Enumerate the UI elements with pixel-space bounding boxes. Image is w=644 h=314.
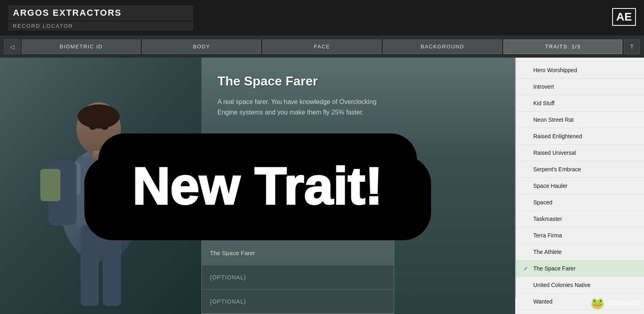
trait-name-spaced: Spaced xyxy=(533,199,552,206)
top-bar: ARGOS EXTRACTORS RECORD LOCATOR AE xyxy=(0,0,644,35)
trait-item-spaced[interactable]: Spaced xyxy=(516,194,644,211)
trait-item-serpent[interactable]: Serpent's Embrace xyxy=(516,161,644,178)
trait-item-neon[interactable]: Neon Street Rat xyxy=(516,112,644,128)
trait-item-freestar[interactable]: Freestar Collective Settler xyxy=(516,58,644,62)
nav-left-button[interactable]: ◁ xyxy=(4,40,20,54)
trait-item-raised-enlightened[interactable]: Raised Enlightened xyxy=(516,128,644,145)
trait-item-kid[interactable]: Kid Stuff xyxy=(516,95,644,112)
trait-item-space-hauler[interactable]: Space Hauler xyxy=(516,178,644,194)
svg-rect-10 xyxy=(40,169,60,201)
svg-point-16 xyxy=(97,175,105,183)
svg-rect-13 xyxy=(103,225,121,306)
tab-traits[interactable]: TRAITS: 1/3 xyxy=(503,40,622,54)
tab-background[interactable]: BACKGROUND xyxy=(383,40,502,54)
trait-item-raised-universal[interactable]: Raised Universal xyxy=(516,145,644,161)
tab-body[interactable]: BODY xyxy=(142,40,261,54)
main-content: The Space Farer A real space farer. You … xyxy=(0,58,644,314)
trait-name-wanted: Wanted xyxy=(533,298,553,305)
emoji-overlay: 😒 xyxy=(258,171,298,208)
trait-item-terra[interactable]: Terra Firma xyxy=(516,227,644,244)
watermark: 🐸 3DMGAME xyxy=(590,297,640,310)
trait-slot-3-label: {OPTIONAL} xyxy=(210,298,246,305)
svg-rect-18 xyxy=(131,173,135,189)
tab-biometric[interactable]: BIOMETRIC ID xyxy=(22,40,141,54)
trait-name-space-hauler: Space Hauler xyxy=(533,183,567,189)
trait-name-serpent: Serpent's Embrace xyxy=(533,166,581,173)
ae-logo: AE xyxy=(612,8,636,26)
watermark-emoji: 🐸 xyxy=(590,297,605,310)
trait-name-introvert: Introvert xyxy=(533,83,554,90)
traits-list-inner: Freestar Collective SettlerHero Worshipp… xyxy=(516,58,644,314)
svg-point-5 xyxy=(97,131,101,138)
trait-slot-3[interactable]: {OPTIONAL} xyxy=(202,289,394,314)
trait-slot-2-label: {OPTIONAL} xyxy=(210,274,246,281)
trait-name-raised-enlightened: Raised Enlightened xyxy=(533,133,582,139)
app-title: ARGOS EXTRACTORS xyxy=(8,5,193,21)
trait-name-kid: Kid Stuff xyxy=(533,100,555,106)
tab-face[interactable]: FACE xyxy=(263,40,381,54)
traits-selected-area: The Space Farer {OPTIONAL} {OPTIONAL} xyxy=(201,241,394,314)
trait-name-taskmaster: Taskmaster xyxy=(533,216,562,222)
trait-name-neon: Neon Street Rat xyxy=(533,116,574,123)
trait-check-space-farer: ✓ xyxy=(524,265,530,272)
trait-item-athlete[interactable]: The Athlete xyxy=(516,244,644,260)
character-view: The Space Farer A real space farer. You … xyxy=(0,58,515,314)
traits-list[interactable]: Freestar Collective SettlerHero Worshipp… xyxy=(515,58,644,314)
trait-title: The Space Farer xyxy=(217,74,378,89)
trait-name-raised-universal: Raised Universal xyxy=(533,150,576,156)
trait-item-taskmaster[interactable]: Taskmaster xyxy=(516,211,644,227)
trait-slot-1-name: The Space Farer xyxy=(210,250,255,256)
trait-name-united: United Colonies Native xyxy=(533,282,590,288)
trait-name-space-farer: The Space Farer xyxy=(533,265,576,272)
character-svg xyxy=(24,64,177,314)
svg-point-2 xyxy=(78,104,120,129)
trait-name-hero: Hero Worshipped xyxy=(533,67,577,73)
trait-slot-1[interactable]: The Space Farer xyxy=(202,241,394,265)
svg-rect-6 xyxy=(77,157,125,229)
nav-bar: ◁ BIOMETRIC ID BODY FACE BACKGROUND TRAI… xyxy=(0,35,644,58)
watermark-text: 3DMGAME xyxy=(607,300,640,307)
trait-item-united[interactable]: United Colonies Native xyxy=(516,277,644,293)
trait-item-hero[interactable]: Hero Worshipped xyxy=(516,62,644,79)
app-subtitle: RECORD LOCATOR xyxy=(8,21,193,31)
trait-name-terra: Terra Firma xyxy=(533,232,562,239)
trait-name-athlete: The Athlete xyxy=(533,249,562,255)
svg-rect-14 xyxy=(93,151,105,161)
svg-point-4 xyxy=(101,126,108,130)
trait-item-introvert[interactable]: Introvert xyxy=(516,79,644,95)
trait-item-space-farer[interactable]: ✓The Space Farer xyxy=(516,260,644,277)
svg-point-3 xyxy=(89,126,96,130)
trait-slot-2[interactable]: {OPTIONAL} xyxy=(202,265,394,289)
character-image-area xyxy=(0,58,201,314)
nav-right-button[interactable]: T xyxy=(624,40,640,54)
svg-rect-12 xyxy=(81,225,99,306)
trait-description: A real space farer. You have knowledge o… xyxy=(217,97,378,117)
